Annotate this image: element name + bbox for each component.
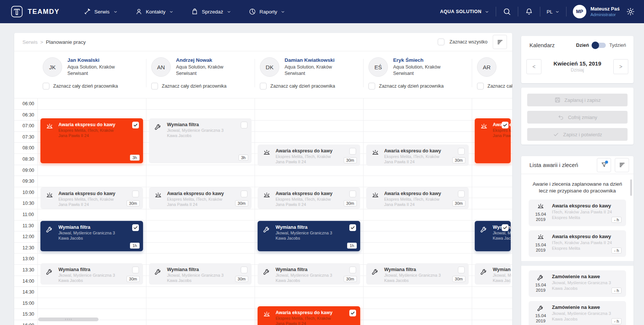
menu-item-raporty[interactable]: Raporty: [249, 8, 285, 15]
employee-name[interactable]: Jan Kowalski: [67, 57, 115, 64]
check-icon: [350, 225, 355, 230]
list-sort-button[interactable]: [615, 158, 629, 172]
save-and-confirm-button[interactable]: Zapisz i potwierdz: [527, 128, 628, 141]
plan-and-save-button[interactable]: Zaplanuj i zapisz: [527, 94, 628, 106]
user-info[interactable]: Mateusz Paś Administrator: [590, 6, 620, 18]
menu-item-serwis[interactable]: Serwis: [83, 8, 118, 15]
event-checkbox[interactable]: [349, 310, 356, 316]
time-row[interactable]: 06:00: [14, 98, 512, 109]
brand[interactable]: TEAMDY: [10, 5, 60, 18]
event-card[interactable]: Wymiana filtra Jkowal, Myślenice Granicz…: [149, 118, 252, 163]
event-checkbox[interactable]: [132, 191, 139, 197]
event-card[interactable]: Wymiana filtra Jkowal, Myślenice Granicz…: [258, 221, 360, 251]
time-row[interactable]: 14:30: [14, 286, 512, 298]
employee-avatar[interactable]: JK: [43, 57, 62, 77]
item-duration-badge: - h: [611, 288, 622, 294]
time-row[interactable]: 09:30: [14, 176, 512, 187]
event-card[interactable]: Awaria ekspresu do kawy Ekspres Melita, …: [366, 187, 469, 209]
event-checkbox[interactable]: [349, 224, 356, 231]
employee-role: Serwisant: [176, 70, 223, 77]
event-card[interactable]: Awaria ekspresu do kawy Ekspres Melita, …: [40, 187, 143, 209]
event-card[interactable]: Awaria ekspresu do kawy Ekspres Melita, …: [475, 118, 511, 163]
event-checkbox[interactable]: [132, 224, 139, 231]
event-checkbox[interactable]: [349, 267, 356, 273]
week-toggle-label[interactable]: Tydzień: [609, 42, 626, 48]
employee-name[interactable]: Eryk Śmiech: [393, 57, 440, 64]
sort-lines-icon: [619, 161, 626, 168]
event-checkbox[interactable]: [241, 267, 247, 273]
event-checkbox[interactable]: [458, 267, 465, 273]
time-label: 07:30: [14, 132, 34, 143]
event-checkbox[interactable]: [502, 224, 508, 231]
select-employee-day-checkbox[interactable]: [151, 83, 158, 89]
event-checkbox[interactable]: [132, 122, 139, 128]
language-selector[interactable]: PL: [547, 9, 560, 15]
event-checkbox[interactable]: [458, 191, 465, 197]
select-employee-day-checkbox[interactable]: [477, 83, 484, 89]
event-card[interactable]: Awaria ekspresu do kawy Ekspres Melita, …: [149, 187, 252, 209]
event-checkbox[interactable]: [241, 122, 247, 128]
event-checkbox[interactable]: [349, 148, 356, 155]
event-checkbox[interactable]: [502, 122, 508, 128]
horizontal-scrollbar[interactable]: [38, 318, 98, 321]
list-item[interactable]: 15.04 2019 Zamówienie na kawe Jkowal, My…: [529, 270, 626, 297]
event-card[interactable]: Awaria ekspresu do kawy Ekspres Melita, …: [258, 145, 360, 166]
menu-item-sprzedaz[interactable]: Sprzedaż: [191, 8, 231, 15]
event-title: Awaria ekspresu do kawy: [276, 148, 345, 154]
time-row[interactable]: 09:00: [14, 165, 512, 176]
employee-avatar[interactable]: AR: [477, 57, 496, 77]
wrench-icon: [480, 225, 488, 234]
select-all-checkbox[interactable]: [438, 39, 444, 45]
event-detail: Jana Pawła II 24: [384, 202, 454, 207]
event-card[interactable]: Wymiana filtra Jkowal, Myślenice Granicz…: [40, 263, 143, 285]
employee-avatar[interactable]: DK: [260, 57, 279, 77]
list-item[interactable]: 15.04 2019 Awaria ekspresu do kawy ITech…: [529, 200, 626, 226]
select-employee-day-checkbox[interactable]: [260, 83, 267, 89]
employee-avatar[interactable]: AN: [151, 57, 171, 77]
event-card[interactable]: Awaria ekspresu do kawy Ekspres Melita, …: [366, 145, 469, 166]
list-item[interactable]: 15.04 2019 Awaria ekspresu do kawy ITech…: [529, 230, 626, 257]
unassigned-note: Awarie i zlecenia zaplanowane na dzień l…: [531, 181, 624, 194]
event-card[interactable]: Wymiana filtra Jkowal, Myślenice Granicz…: [258, 263, 360, 285]
employee-name[interactable]: Andrzej Nowak: [176, 57, 223, 64]
bell-icon[interactable]: [525, 7, 534, 16]
event-checkbox[interactable]: [132, 267, 139, 273]
day-toggle-label[interactable]: Dzień: [576, 42, 589, 48]
event-checkbox[interactable]: [458, 148, 465, 155]
item-date-day: 15.04: [532, 242, 549, 247]
user-avatar[interactable]: MP: [573, 5, 586, 18]
undo-changes-button[interactable]: Cofnij zmiany: [527, 111, 628, 124]
employee-name[interactable]: Damian Kwiatkowski: [285, 57, 335, 64]
group-divider: [521, 261, 634, 266]
event-card[interactable]: Wymiana filtra Jkowal, Myślenice Granicz…: [475, 263, 511, 285]
select-employee-day-checkbox[interactable]: [368, 83, 375, 89]
list-item[interactable]: 15.04 2019 Zamówienie na kawe Jkowal, My…: [529, 301, 626, 325]
event-checkbox[interactable]: [241, 191, 247, 197]
event-card[interactable]: Awaria ekspresu do kawy Ekspres Melita, …: [258, 306, 360, 325]
event-location: Jkowal, Myślenice Graniczna 3: [493, 273, 496, 278]
company-selector[interactable]: AQUA SOLUTION: [440, 9, 489, 14]
event-card[interactable]: Awaria ekspresu do kawy Ekspres Melita, …: [40, 118, 143, 163]
time-row[interactable]: 13:00: [14, 253, 512, 264]
sort-button[interactable]: [493, 35, 507, 49]
gear-icon[interactable]: [626, 7, 635, 16]
vertical-scrollbar[interactable]: [630, 179, 632, 196]
search-icon[interactable]: [502, 7, 511, 16]
day-week-toggle[interactable]: [592, 43, 606, 48]
prev-day-button[interactable]: <: [526, 59, 541, 74]
breadcrumb-parent[interactable]: Serwis: [22, 39, 38, 45]
event-card[interactable]: Wymiana filtra Jkowal, Myślenice Granicz…: [40, 221, 143, 251]
menu-item-kontakty[interactable]: Kontakty: [135, 8, 174, 15]
next-day-button[interactable]: >: [613, 59, 628, 74]
filter-button[interactable]: [597, 158, 611, 172]
alarm-icon: [371, 191, 380, 200]
select-employee-day-checkbox[interactable]: [43, 83, 49, 89]
event-card[interactable]: Awaria ekspresu do kawy Ekspres Melita, …: [258, 187, 360, 209]
wrench-icon: [45, 267, 54, 276]
event-card[interactable]: Wymiana filtra Jkowal, Myślenice Granicz…: [366, 263, 469, 285]
event-checkbox[interactable]: [349, 191, 356, 197]
employee-avatar[interactable]: EŚ: [368, 57, 388, 77]
time-row[interactable]: 11:00: [14, 209, 512, 220]
event-card[interactable]: Wymiana filtra Jkowal, Myślenice Granicz…: [149, 263, 252, 285]
event-card[interactable]: Wymiana filtra Jkowal, Myślenice Granicz…: [475, 221, 511, 251]
